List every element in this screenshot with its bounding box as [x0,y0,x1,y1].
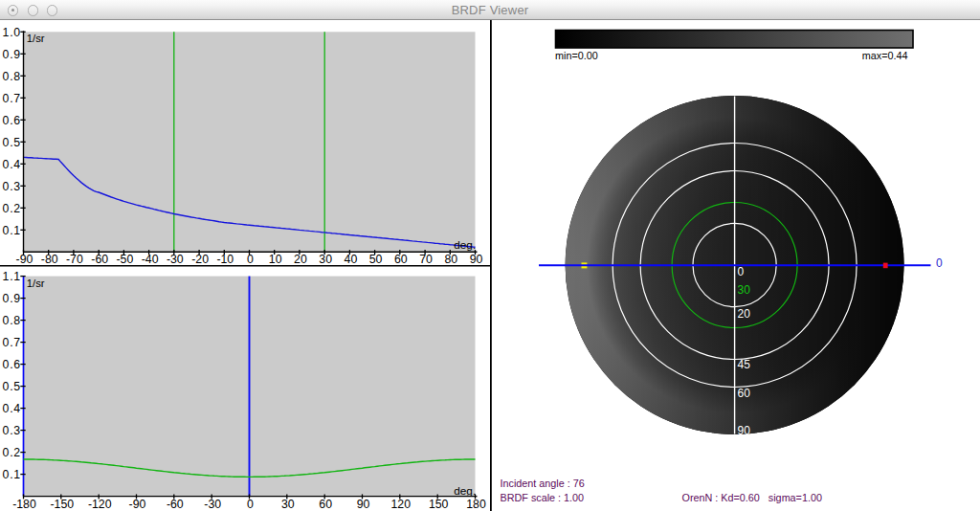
svg-text:0: 0 [738,265,745,278]
svg-text:0.4: 0.4 [3,402,21,415]
svg-text:0: 0 [247,498,254,511]
svg-text:20: 20 [738,307,751,321]
svg-text:30: 30 [319,253,332,266]
svg-text:30: 30 [738,283,751,297]
svg-text:-90: -90 [129,498,146,511]
svg-text:80: 80 [444,253,457,266]
svg-text:1.0: 1.0 [3,26,21,39]
svg-text:45: 45 [738,358,751,371]
svg-text:0: 0 [247,253,254,266]
svg-text:70: 70 [419,253,433,266]
svg-text:0.6: 0.6 [3,114,21,127]
svg-text:60: 60 [738,387,751,400]
svg-text:-70: -70 [66,253,83,266]
svg-text:BRDF scale : 1.00: BRDF scale : 1.00 [501,492,585,503]
svg-text:-80: -80 [41,253,58,266]
svg-text:0.9: 0.9 [3,48,21,61]
svg-text:-120: -120 [88,498,112,511]
svg-text:-180: -180 [12,498,36,511]
svg-text:10: 10 [269,253,282,266]
svg-text:-50: -50 [117,253,134,266]
svg-text:40: 40 [345,253,358,266]
svg-text:0.2: 0.2 [3,202,21,215]
svg-text:1/sr: 1/sr [27,33,45,44]
svg-text:0.7: 0.7 [3,336,21,349]
svg-text:Incident angle : 76: Incident angle : 76 [501,478,585,489]
svg-text:30: 30 [281,498,295,511]
svg-text:-60: -60 [91,253,108,266]
svg-text:50: 50 [369,253,383,266]
svg-text:0.8: 0.8 [3,314,21,327]
svg-text:0.5: 0.5 [3,380,21,393]
svg-text:150: 150 [429,498,449,511]
svg-text:0.3: 0.3 [3,424,21,437]
svg-text:60: 60 [319,498,332,511]
svg-text:-10: -10 [216,253,234,266]
svg-text:max=0.44: max=0.44 [862,50,908,61]
svg-text:0.6: 0.6 [3,358,21,371]
svg-text:min=0.00: min=0.00 [555,50,598,61]
svg-text:90: 90 [738,424,751,437]
svg-text:-30: -30 [204,498,221,511]
svg-text:0.3: 0.3 [3,180,21,193]
svg-text:0.1: 0.1 [3,224,21,237]
svg-text:0.4: 0.4 [3,158,21,171]
svg-text:deg.: deg. [454,238,476,252]
svg-text:-60: -60 [167,498,184,511]
svg-text:-150: -150 [50,498,74,511]
svg-text:0.9: 0.9 [3,292,21,305]
svg-text:90: 90 [470,253,483,266]
svg-text:90: 90 [357,498,370,511]
svg-text:-20: -20 [191,253,209,266]
svg-text:-90: -90 [16,253,33,266]
svg-text:deg.: deg. [454,484,476,498]
svg-text:20: 20 [294,253,307,266]
svg-text:-30: -30 [167,253,184,266]
svg-text:0.1: 0.1 [3,468,21,481]
svg-text:-40: -40 [142,253,159,266]
svg-text:60: 60 [394,253,408,266]
svg-text:0.2: 0.2 [3,446,21,459]
svg-text:0.7: 0.7 [3,92,21,105]
svg-text:0.8: 0.8 [3,70,21,83]
svg-text:0.5: 0.5 [3,136,21,149]
svg-text:OrenN : Kd=0.60 sigma=1.00: OrenN : Kd=0.60 sigma=1.00 [682,492,822,503]
svg-text:1.1: 1.1 [3,270,21,283]
svg-text:0: 0 [936,256,943,270]
svg-text:1/sr: 1/sr [27,278,45,289]
svg-text:120: 120 [391,498,412,511]
svg-text:180: 180 [466,498,486,511]
